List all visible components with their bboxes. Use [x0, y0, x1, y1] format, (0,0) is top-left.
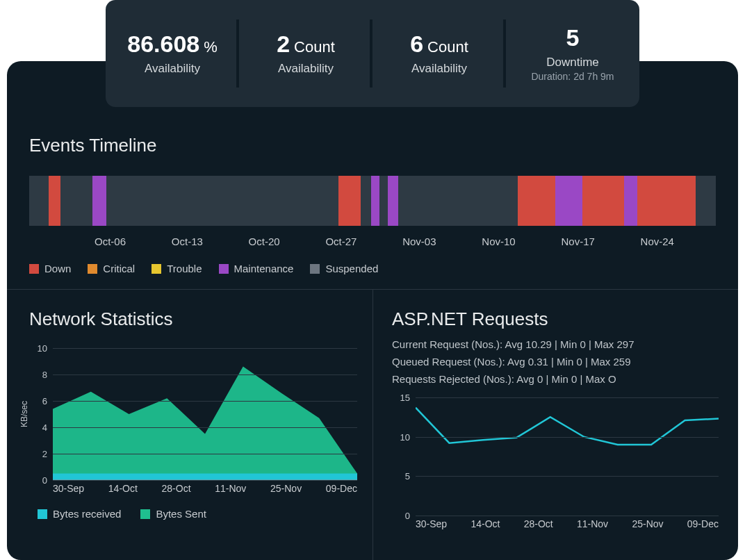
timeline-segment-down[interactable] [49, 176, 61, 226]
legend-item-suspended[interactable]: Suspended [310, 263, 378, 274]
legend-swatch-icon [38, 509, 47, 519]
timeline-xtick: Oct-13 [172, 236, 203, 247]
metric-label: Downtime [546, 56, 599, 69]
metrics-bar: 86.608% Availability 2Count Availability… [106, 0, 639, 107]
asp-ytick: 10 [400, 431, 410, 442]
network-xaxis-ticks: 30-Sep14-Oct28-Oct11-Nov25-Nov09-Dec [29, 483, 357, 494]
legend-label: Critical [103, 263, 135, 274]
asp-stat-line: Queued Request (Nos.): Avg 0.31 | Min 0 … [392, 356, 719, 368]
metric-label: Availability [145, 62, 200, 76]
timeline-xtick: Nov-10 [482, 236, 515, 247]
timeline-xtick: Oct-20 [249, 236, 280, 247]
network-xtick: 25-Nov [270, 483, 302, 494]
legend-label: Trouble [167, 263, 202, 274]
network-ytick: 10 [38, 343, 47, 354]
asp-xtick: 11-Nov [577, 518, 608, 529]
asp-series-current-request [416, 408, 719, 445]
network-plot-area [53, 348, 357, 480]
asp-yaxis-ticks: 051015 [392, 397, 413, 516]
network-svg [53, 348, 357, 480]
legend-item-critical[interactable]: Critical [88, 263, 135, 274]
network-xtick: 28-Oct [162, 483, 191, 494]
legend-label: Bytes received [53, 508, 121, 520]
asp-stat-line: Requests Rejected (Nos.): Avg 0 | Min 0 … [392, 373, 719, 385]
legend-label: Maintenance [234, 263, 294, 274]
legend-swatch-icon [88, 264, 97, 274]
metric-unit: Count [294, 38, 335, 56]
legend-swatch-icon [310, 264, 320, 274]
legend-item-down[interactable]: Down [29, 263, 71, 274]
network-xtick: 14-Oct [108, 483, 138, 494]
network-series-bytes-sent [53, 367, 357, 480]
metric-availability-pct: 86.608% Availability [106, 0, 239, 107]
timeline-xtick: Oct-27 [325, 236, 357, 247]
metric-sublabel: Duration: 2d 7h 9m [531, 71, 614, 82]
asp-xtick: 28-Oct [524, 518, 553, 529]
asp-stat-line: Current Request (Nos.): Avg 10.29 | Min … [392, 338, 719, 350]
network-yaxis-label: KB/sec [19, 401, 29, 427]
network-statistics-title: Network Statistics [29, 308, 357, 330]
network-ytick: 2 [42, 449, 47, 459]
network-xtick: 11-Nov [215, 483, 246, 494]
network-legend: Bytes receivedBytes Sent [29, 508, 357, 520]
metric-value: 6 [410, 31, 423, 57]
network-statistics-panel: Network Statistics KB/sec 0246810 30-Sep… [29, 308, 357, 520]
legend-item-trouble[interactable]: Trouble [152, 263, 202, 274]
legend-label: Suspended [325, 263, 378, 274]
legend-swatch-icon [152, 264, 161, 274]
events-timeline-title: Events Timeline [29, 135, 716, 156]
timeline-segment-maintenance[interactable] [624, 176, 638, 226]
asp-ytick: 15 [400, 393, 410, 403]
metric-label: Availability [411, 62, 467, 76]
events-timeline-xaxis: Oct-06Oct-13Oct-20Oct-27Nov-03Nov-10Nov-… [29, 236, 716, 247]
vertical-separator [372, 289, 373, 560]
timeline-xtick: Nov-17 [561, 236, 594, 247]
network-yaxis-ticks: 0246810 [29, 348, 50, 480]
asp-requests-chart[interactable]: 051015 [392, 397, 719, 516]
asp-plot-area [416, 397, 719, 516]
legend-label: Bytes Sent [156, 508, 206, 520]
network-xtick: 30-Sep [53, 483, 84, 494]
events-timeline-legend: DownCriticalTroubleMaintenanceSuspended [29, 263, 716, 274]
legend-swatch-icon [140, 509, 150, 519]
metric-count-2: 6Count Availability [372, 0, 506, 107]
timeline-xtick: Oct-06 [95, 236, 126, 247]
timeline-xtick: Nov-24 [641, 236, 674, 247]
network-ytick: 0 [42, 475, 47, 486]
asp-xaxis-ticks: 30-Sep14-Oct28-Oct11-Nov25-Nov09-Dec [392, 518, 719, 529]
timeline-segment-maintenance[interactable] [555, 176, 583, 226]
timeline-segment-maintenance[interactable] [371, 176, 379, 226]
asp-svg [416, 397, 719, 516]
metric-value: 2 [277, 31, 290, 57]
timeline-segment-maintenance[interactable] [92, 176, 106, 226]
events-timeline-section: Events Timeline Oct-06Oct-13Oct-20Oct-27… [29, 135, 716, 274]
legend-swatch-icon [219, 264, 229, 274]
timeline-segment-maintenance[interactable] [388, 176, 398, 226]
events-timeline-track[interactable] [29, 176, 716, 226]
network-ytick: 4 [42, 422, 47, 433]
asp-xtick: 14-Oct [470, 518, 500, 529]
timeline-xtick: Nov-03 [402, 236, 436, 247]
legend-item-bytes-received[interactable]: Bytes received [38, 508, 121, 520]
legend-item-maintenance[interactable]: Maintenance [219, 263, 294, 274]
metric-count-1: 2Count Availability [239, 0, 372, 107]
network-ytick: 8 [42, 370, 47, 380]
asp-ytick: 0 [405, 511, 410, 521]
network-ytick: 6 [42, 396, 47, 406]
asp-requests-panel: ASP.NET Requests Current Request (Nos.):… [392, 308, 719, 529]
legend-label: Down [44, 263, 71, 274]
network-series-bytes-received [53, 474, 357, 481]
timeline-segment-down[interactable] [518, 176, 555, 226]
metric-value: 86.608 [127, 31, 199, 57]
timeline-segment-down[interactable] [637, 176, 696, 226]
network-xtick: 09-Dec [326, 483, 357, 494]
asp-xtick: 30-Sep [416, 518, 447, 529]
timeline-segment-down[interactable] [338, 176, 361, 226]
network-statistics-chart[interactable]: KB/sec 0246810 [29, 348, 357, 480]
asp-xtick: 09-Dec [687, 518, 719, 529]
metric-downtime: 5 Downtime Duration: 2d 7h 9m [506, 0, 639, 107]
metric-unit: % [204, 38, 218, 56]
asp-ytick: 5 [405, 471, 410, 481]
legend-item-bytes-sent[interactable]: Bytes Sent [140, 508, 206, 520]
timeline-segment-down[interactable] [582, 176, 623, 226]
